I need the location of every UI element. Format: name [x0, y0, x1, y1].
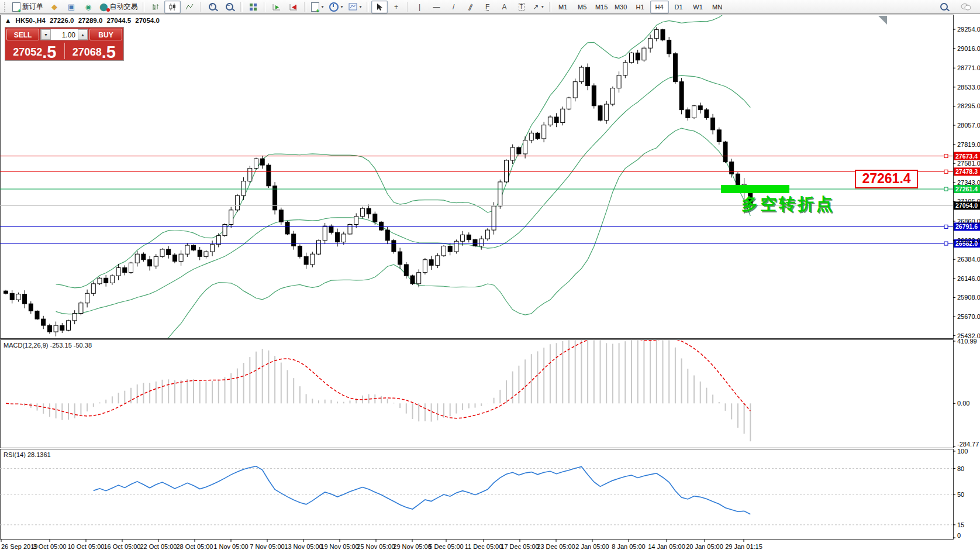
- zoom-in-button[interactable]: +: [205, 1, 221, 13]
- bar-chart-button[interactable]: [147, 1, 164, 13]
- timeframe-m5[interactable]: M5: [573, 1, 592, 13]
- text-label-button[interactable]: T: [513, 1, 530, 13]
- candle: [254, 159, 258, 168]
- dropdown-arrow-icon[interactable]: ▾: [541, 4, 544, 9]
- candle: [35, 311, 39, 319]
- candle: [229, 210, 233, 225]
- candle: [23, 294, 27, 304]
- volume-input[interactable]: 1.00: [51, 29, 78, 40]
- candle: [204, 252, 208, 256]
- vertical-line-button[interactable]: |: [412, 1, 428, 13]
- candle: [617, 75, 621, 88]
- crosshair-icon: +: [394, 3, 398, 11]
- timeframe-h1[interactable]: H1: [631, 1, 650, 13]
- price-axis-label: 27581.0: [957, 160, 980, 167]
- candle: [248, 169, 252, 181]
- periods-button[interactable]: ▾: [327, 1, 346, 13]
- line-handle[interactable]: [944, 225, 948, 228]
- buy-button[interactable]: BUY: [89, 29, 122, 40]
- one-click-trading-panel: SELL ▼ 1.00 ▲ BUY 27052.5 27068.5: [5, 27, 124, 61]
- candle: [373, 214, 377, 222]
- price-annotation-box[interactable]: 27261.4: [855, 170, 918, 188]
- terminal-button[interactable]: ▣: [63, 1, 80, 13]
- highlight-rectangle[interactable]: [721, 185, 789, 193]
- timeframe-d1[interactable]: D1: [670, 1, 688, 13]
- candle: [610, 88, 615, 104]
- chart-shift-marker[interactable]: [878, 16, 887, 25]
- market-widget-button[interactable]: ◆: [46, 1, 63, 13]
- line-handle[interactable]: [944, 154, 948, 158]
- rsi-axis-label: 80: [957, 465, 964, 472]
- channel-button[interactable]: ∥: [463, 1, 479, 13]
- candle: [392, 241, 396, 252]
- candle: [235, 195, 239, 210]
- timeframe-m1[interactable]: M1: [554, 1, 572, 13]
- price-axis-label: 26622.0: [957, 237, 980, 244]
- chart-shift-button[interactable]: [285, 1, 302, 13]
- crosshair-button[interactable]: +: [388, 1, 405, 13]
- tile-windows-button[interactable]: [245, 1, 261, 13]
- candle: [586, 67, 590, 86]
- arrows-button[interactable]: ↗▾: [530, 1, 547, 13]
- dropdown-arrow-icon[interactable]: ▾: [322, 4, 324, 9]
- rsi-area[interactable]: [94, 466, 751, 514]
- timeframe-mn[interactable]: MN: [708, 1, 727, 13]
- volume-decrease-button[interactable]: ▼: [41, 29, 51, 40]
- candle: [129, 263, 133, 272]
- chat-button[interactable]: [958, 1, 974, 13]
- price-axis-label: 28533.0: [957, 84, 980, 91]
- indicators-button[interactable]: +▾: [309, 1, 326, 13]
- timeframe-m30[interactable]: M30: [612, 1, 630, 13]
- trendline-button[interactable]: /: [446, 1, 462, 13]
- separator: [367, 2, 369, 12]
- macd-area[interactable]: [6, 330, 750, 442]
- new-order-button[interactable]: + 新订单: [10, 1, 46, 13]
- auto-scroll-button[interactable]: [268, 1, 285, 13]
- candle-chart-button[interactable]: [164, 1, 181, 13]
- candle: [211, 245, 215, 252]
- time-axis-label: 10 Oct 05:00: [68, 543, 105, 550]
- timeframe-m15[interactable]: M15: [592, 1, 611, 13]
- templates-button[interactable]: ▾: [346, 1, 364, 13]
- symbol-search-button[interactable]: [936, 1, 952, 13]
- search-icon: [940, 3, 948, 11]
- time-axis-label: 14 Jan 05:00: [648, 543, 685, 550]
- time-axis-label: 5 Dec 05:00: [429, 543, 463, 550]
- fibonacci-button[interactable]: F: [479, 1, 496, 13]
- dropdown-arrow-icon[interactable]: ▾: [341, 4, 343, 9]
- cursor-button[interactable]: [371, 1, 388, 13]
- buy-price[interactable]: 27068.5: [65, 42, 124, 60]
- timeframe-h4[interactable]: H4: [650, 1, 669, 13]
- chart-canvas[interactable]: 27673.427478.327261.427054.026791.626582…: [0, 0, 980, 553]
- sell-price[interactable]: 27052.5: [5, 42, 64, 60]
- line-chart-button[interactable]: [181, 1, 198, 13]
- candle: [323, 226, 327, 241]
- candle: [223, 224, 227, 235]
- panel-collapse-icon[interactable]: ▲: [5, 17, 11, 24]
- line-handle[interactable]: [944, 187, 948, 191]
- dropdown-arrow-icon[interactable]: ▾: [360, 4, 362, 9]
- candle: [142, 254, 146, 260]
- line-handle[interactable]: [944, 170, 948, 173]
- candle: [29, 304, 33, 311]
- timeframe-w1[interactable]: W1: [689, 1, 708, 13]
- turning-point-annotation[interactable]: 多空转折点: [741, 193, 835, 215]
- horizontal-line-button[interactable]: —: [429, 1, 445, 13]
- auto-trading-button[interactable]: ⬤ 自动交易: [97, 1, 140, 13]
- toolbar-grip[interactable]: [4, 2, 8, 12]
- text-tool-icon: A: [502, 3, 507, 11]
- candle: [298, 246, 302, 256]
- candle: [379, 222, 384, 230]
- vertical-line-icon: |: [419, 3, 420, 11]
- sell-button[interactable]: SELL: [6, 29, 39, 40]
- signals-button[interactable]: ◉: [80, 1, 96, 13]
- arrows-icon: ↗: [533, 3, 539, 11]
- text-tool-button[interactable]: A: [496, 1, 513, 13]
- price-axis-label: 28771.0: [957, 64, 980, 71]
- volume-increase-button[interactable]: ▲: [78, 29, 88, 40]
- time-axis-label: 16 Oct 05:00: [104, 543, 141, 550]
- macd-axis-label: -284.77: [957, 441, 979, 448]
- line-handle[interactable]: [944, 242, 948, 245]
- zoom-out-button[interactable]: −: [222, 1, 238, 13]
- gold-widget-icon: ◆: [51, 2, 57, 11]
